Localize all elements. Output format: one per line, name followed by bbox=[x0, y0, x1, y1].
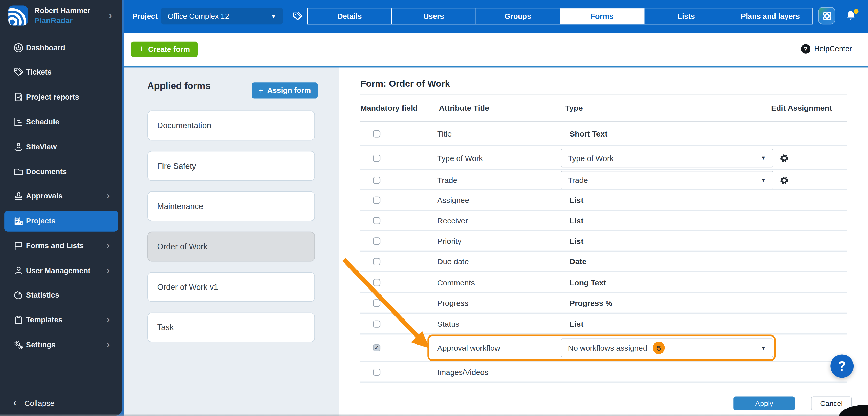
attribute-table: TitleShort TextType of WorkType of Work▼… bbox=[339, 121, 868, 382]
sidebar-item-documents[interactable]: Documents bbox=[0, 164, 122, 180]
attribute-type: List bbox=[570, 237, 583, 245]
create-form-label: Create form bbox=[148, 45, 190, 54]
tag-icon[interactable] bbox=[292, 11, 303, 22]
mandatory-checkbox[interactable] bbox=[373, 130, 380, 137]
sidebar-item-templates[interactable]: Templates› bbox=[0, 312, 122, 328]
dashboard-icon bbox=[13, 43, 24, 53]
project-label: Project bbox=[132, 12, 158, 21]
edit-assignment-gear-icon[interactable] bbox=[779, 153, 789, 163]
sidebar-item-project-reports[interactable]: Project reports bbox=[0, 89, 122, 106]
collapse-label: Collapse bbox=[24, 399, 55, 408]
attribute-title: Trade bbox=[437, 175, 457, 184]
attribute-title: Receiver bbox=[437, 216, 468, 225]
chevron-right-icon[interactable]: › bbox=[108, 9, 112, 22]
table-row-assignee: AssigneeList bbox=[339, 190, 868, 210]
mandatory-checkbox[interactable] bbox=[373, 176, 380, 184]
assign-form-button[interactable]: + Assign form bbox=[252, 82, 317, 98]
mandatory-checkbox[interactable] bbox=[373, 320, 380, 327]
tab-plans-and-layers[interactable]: Plans and layers bbox=[728, 8, 812, 24]
sidebar-item-label: Project reports bbox=[26, 93, 79, 101]
mandatory-checkbox[interactable] bbox=[373, 258, 380, 265]
column-header-mandatory-field: Mandatory field bbox=[361, 103, 418, 112]
connect-icon[interactable] bbox=[818, 7, 835, 24]
dropdown-value: Type of Work bbox=[568, 153, 614, 162]
chevron-down-icon: ▼ bbox=[761, 345, 766, 351]
attribute-title: Images/Videos bbox=[437, 368, 489, 376]
column-header-type: Type bbox=[565, 103, 583, 112]
attribute-title: Comments bbox=[437, 278, 475, 287]
applied-form-card-maintenance[interactable]: Maintenance bbox=[147, 191, 315, 221]
sidebar-item-user-management[interactable]: User Management› bbox=[0, 263, 122, 279]
help-fab-button[interactable]: ? bbox=[830, 354, 854, 378]
sidebar-item-siteview[interactable]: SiteView bbox=[0, 139, 122, 155]
sidebar-item-label: Settings bbox=[26, 341, 56, 349]
attribute-type: Long Text bbox=[570, 278, 606, 287]
flag-icon bbox=[13, 241, 24, 251]
gears-icon bbox=[13, 340, 24, 350]
mandatory-checkbox[interactable] bbox=[373, 279, 380, 286]
mandatory-checkbox[interactable] bbox=[373, 154, 380, 162]
create-form-button[interactable]: + Create form bbox=[131, 41, 197, 57]
clipboard-icon bbox=[13, 315, 24, 325]
chevron-right-icon: › bbox=[107, 340, 110, 350]
attribute-type: List bbox=[570, 216, 583, 225]
form-card-label: Fire Safety bbox=[157, 161, 196, 170]
helpcenter-button[interactable]: ? HelpCenter bbox=[801, 44, 852, 54]
tab-users[interactable]: Users bbox=[392, 8, 476, 24]
tab-lists[interactable]: Lists bbox=[644, 8, 728, 24]
chevron-right-icon: › bbox=[107, 191, 110, 201]
mandatory-checkbox[interactable] bbox=[373, 368, 380, 376]
project-tabs: DetailsUsersGroupsFormsListsPlans and la… bbox=[307, 8, 812, 24]
sidebar-item-forms-and-lists[interactable]: Forms and Lists› bbox=[0, 238, 122, 254]
apply-button[interactable]: Apply bbox=[734, 396, 795, 410]
applied-form-card-fire-safety[interactable]: Fire Safety bbox=[147, 151, 315, 181]
applied-form-card-task[interactable]: Task bbox=[147, 312, 315, 342]
type-dropdown[interactable]: Type of Work▼ bbox=[561, 148, 773, 167]
cancel-button[interactable]: Cancel bbox=[811, 396, 852, 410]
sidebar-item-tickets[interactable]: Tickets bbox=[0, 64, 122, 81]
project-select[interactable]: Office Complex 12 ▼ bbox=[161, 8, 283, 24]
sidebar-item-label: Templates bbox=[26, 316, 63, 324]
sidebar-item-label: Tickets bbox=[26, 68, 52, 76]
table-row-type-of-work: Type of WorkType of Work▼ bbox=[339, 146, 868, 170]
sidebar-item-schedule[interactable]: Schedule bbox=[0, 114, 122, 130]
applied-form-card-order-of-work-v1[interactable]: Order of Work v1 bbox=[147, 272, 315, 302]
sidebar-item-approvals[interactable]: Approvals› bbox=[0, 188, 122, 205]
mandatory-checkbox[interactable]: ✓ bbox=[373, 344, 380, 351]
sidebar-item-projects[interactable]: Projects bbox=[0, 213, 122, 230]
sidebar-collapse-button[interactable]: ‹ Collapse bbox=[0, 395, 122, 411]
type-dropdown[interactable]: No workflows assigned5▼ bbox=[561, 338, 773, 357]
type-dropdown[interactable]: Trade▼ bbox=[561, 171, 773, 189]
tab-forms[interactable]: Forms bbox=[560, 8, 645, 24]
mandatory-checkbox[interactable] bbox=[373, 197, 380, 204]
applied-form-card-order-of-work[interactable]: Order of Work bbox=[147, 232, 315, 262]
form-card-label: Documentation bbox=[157, 121, 211, 130]
applied-form-card-documentation[interactable]: Documentation bbox=[147, 110, 315, 140]
sidebar-item-label: SiteView bbox=[26, 143, 57, 151]
sidebar-item-settings[interactable]: Settings› bbox=[0, 337, 122, 353]
question-circle-icon: ? bbox=[801, 44, 810, 54]
mandatory-checkbox[interactable] bbox=[373, 237, 380, 245]
helpcenter-label: HelpCenter bbox=[814, 45, 852, 53]
edit-assignment-gear-icon[interactable] bbox=[779, 175, 789, 184]
sidebar-item-label: Dashboard bbox=[26, 44, 65, 52]
mandatory-checkbox[interactable] bbox=[373, 217, 380, 224]
sidebar: Robert Hammer PlanRadar › DashboardTicke… bbox=[0, 0, 122, 416]
mandatory-checkbox[interactable] bbox=[373, 299, 380, 307]
user-name: Robert Hammer bbox=[34, 7, 90, 15]
forms-toolbar: + Create form ? HelpCenter bbox=[124, 33, 868, 66]
table-row-title: TitleShort Text bbox=[339, 121, 868, 145]
sidebar-item-statistics[interactable]: Statistics bbox=[0, 287, 122, 304]
sidebar-item-dashboard[interactable]: Dashboard bbox=[0, 40, 122, 56]
account-switcher[interactable]: Robert Hammer PlanRadar › bbox=[0, 0, 122, 31]
applied-forms-panel: Applied forms + Assign form Documentatio… bbox=[124, 67, 339, 416]
table-row-images-videos: Images/Videos bbox=[339, 361, 868, 382]
siteview-icon bbox=[13, 142, 24, 152]
attribute-title: Priority bbox=[437, 237, 461, 245]
notifications-bell-icon[interactable] bbox=[845, 9, 860, 24]
tab-groups[interactable]: Groups bbox=[476, 8, 560, 24]
table-row-priority: PriorityList bbox=[339, 231, 868, 251]
attribute-type: Progress % bbox=[570, 299, 612, 307]
tab-details[interactable]: Details bbox=[308, 8, 392, 24]
plus-icon: + bbox=[258, 86, 264, 94]
